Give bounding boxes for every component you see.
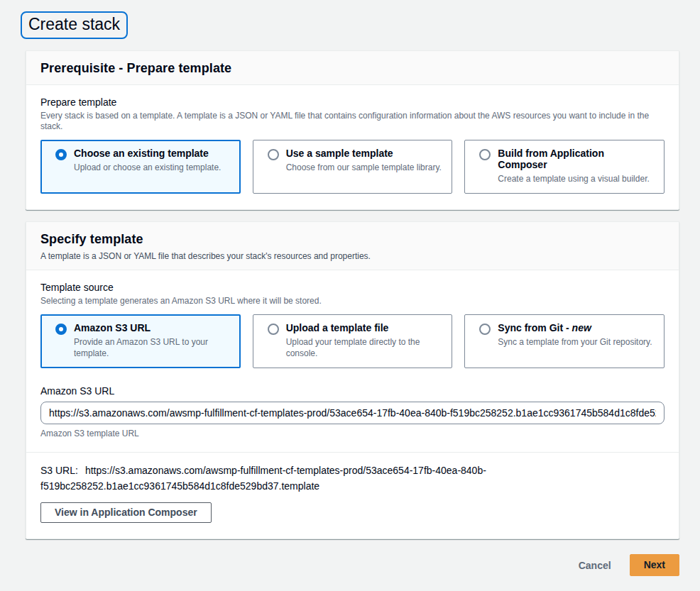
option-label: Upload a template file xyxy=(286,322,442,333)
view-in-application-composer-button[interactable]: View in Application Composer xyxy=(40,502,212,523)
radio-unselected-icon[interactable] xyxy=(479,324,491,335)
divider xyxy=(26,452,679,453)
option-label: Sync from Git - new xyxy=(498,322,652,333)
option-upload-template-file[interactable]: Upload a template file Upload your templ… xyxy=(253,314,453,368)
create-stack-page: Create stack Prerequisite - Prepare temp… xyxy=(26,0,679,576)
new-badge-text: new xyxy=(572,322,591,333)
option-description: Provide an Amazon S3 URL to your templat… xyxy=(74,336,230,359)
option-description: Upload or choose an existing template. xyxy=(74,162,221,173)
s3-url-display-value: https://s3.amazonaws.com/awsmp-fulfillme… xyxy=(40,465,486,492)
specify-template-section: Specify template A template is a JSON or… xyxy=(26,221,679,539)
prepare-template-options: Choose an existing template Upload or ch… xyxy=(40,140,665,194)
specify-template-header: Specify template A template is a JSON or… xyxy=(26,222,679,270)
option-description: Upload your template directly to the con… xyxy=(286,336,442,359)
radio-unselected-icon[interactable] xyxy=(268,324,279,335)
specify-template-title: Specify template xyxy=(40,232,665,247)
wizard-actions: Cancel Next xyxy=(26,554,679,576)
prepare-template-description: Every stack is based on a template. A te… xyxy=(40,111,665,132)
radio-selected-icon[interactable] xyxy=(55,149,67,160)
option-use-sample-template[interactable]: Use a sample template Choose from our sa… xyxy=(253,140,453,194)
prerequisite-section-title: Prerequisite - Prepare template xyxy=(40,61,665,76)
specify-template-description: A template is a JSON or YAML file that d… xyxy=(40,251,665,261)
radio-selected-icon[interactable] xyxy=(55,324,67,335)
s3-url-display: S3 URL:https://s3.amazonaws.com/awsmp-fu… xyxy=(40,463,566,494)
option-label: Use a sample template xyxy=(286,148,442,159)
option-description: Create a template using a visual builder… xyxy=(498,173,654,184)
option-sync-from-git[interactable]: Sync from Git - new Sync a template from… xyxy=(464,314,665,368)
radio-unselected-icon[interactable] xyxy=(268,149,279,160)
amazon-s3-url-helper: Amazon S3 template URL xyxy=(40,429,665,438)
template-source-options: Amazon S3 URL Provide an Amazon S3 URL t… xyxy=(40,314,665,368)
prerequisite-section: Prerequisite - Prepare template Prepare … xyxy=(26,50,679,210)
page-title: Create stack xyxy=(21,11,128,39)
option-label: Build from Application Composer xyxy=(498,148,654,170)
prerequisite-section-header: Prerequisite - Prepare template xyxy=(26,51,679,85)
s3-url-display-label: S3 URL: xyxy=(40,465,78,476)
option-amazon-s3-url[interactable]: Amazon S3 URL Provide an Amazon S3 URL t… xyxy=(40,314,241,368)
option-description: Sync a template from your Git repository… xyxy=(498,336,652,348)
radio-unselected-icon[interactable] xyxy=(479,149,491,160)
amazon-s3-url-input[interactable] xyxy=(40,402,665,424)
prepare-template-label: Prepare template xyxy=(40,96,665,108)
next-button[interactable]: Next xyxy=(630,554,679,576)
option-description: Choose from our sample template library. xyxy=(286,162,442,173)
amazon-s3-url-label: Amazon S3 URL xyxy=(40,385,665,397)
template-source-label: Template source xyxy=(40,282,665,293)
option-choose-existing-template[interactable]: Choose an existing template Upload or ch… xyxy=(40,140,241,194)
template-source-description: Selecting a template generates an Amazon… xyxy=(40,296,665,306)
option-label: Choose an existing template xyxy=(74,148,221,159)
option-build-from-application-composer[interactable]: Build from Application Composer Create a… xyxy=(464,140,665,194)
option-label: Amazon S3 URL xyxy=(74,322,230,333)
cancel-button[interactable]: Cancel xyxy=(577,556,613,575)
